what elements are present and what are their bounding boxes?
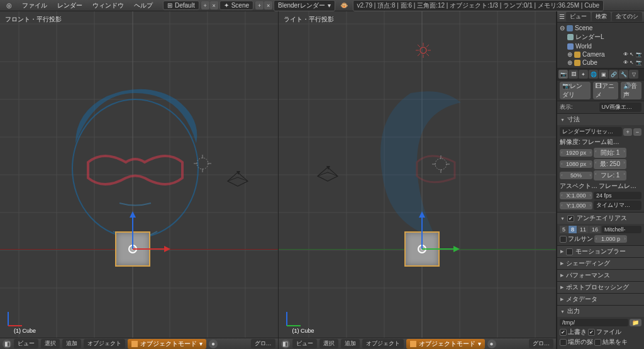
frame-step-field[interactable]: フレ: 1 (594, 170, 626, 180)
viewport-right[interactable]: ライト・平行投影 (279, 11, 557, 349)
section-header-shading[interactable]: シェーディング (557, 258, 644, 269)
tab-object-icon[interactable]: ▣ (599, 70, 608, 79)
blender-icon[interactable]: ◎ (1, 2, 17, 9)
menu-window[interactable]: ウィンドウ (87, 1, 129, 10)
tab-renderlayers-icon[interactable]: 🖼 (569, 70, 578, 79)
res-percent-field[interactable]: 50% (560, 172, 592, 179)
viewport-front[interactable]: フロント・平行投影 (1) Cu (0, 11, 279, 349)
section-header-postproc[interactable]: ポストプロセッシング (557, 282, 644, 293)
footer-extra[interactable]: グロ… (251, 339, 275, 348)
output-path-field[interactable]: /tmp/ (560, 319, 628, 326)
aspect-y-field[interactable]: Y:1.000 (560, 202, 592, 209)
filter-size-field[interactable]: 1.000 p (594, 235, 627, 243)
cache-result-checkbox[interactable] (594, 339, 601, 346)
tab-constraints-icon[interactable]: 🔗 (609, 70, 618, 79)
menu-help[interactable]: ヘルプ (129, 1, 158, 10)
outliner-icon[interactable]: ☰ (559, 13, 565, 20)
outliner-tree[interactable]: ⊖ Scene レンダーL World ⊕ Camera 👁↖📷 ⊕ Cube … (557, 23, 644, 68)
footer-menu-object[interactable]: オブジェクト (84, 339, 125, 348)
viewport-title: フロント・平行投影 (5, 15, 62, 24)
tab-render-icon[interactable]: 📷 (558, 70, 568, 79)
pill-anim[interactable]: 🎞アニメ (593, 82, 618, 99)
footer-menu-add[interactable]: 追加 (62, 339, 81, 348)
tab-scene-icon[interactable]: ✦ (579, 70, 588, 79)
eye-icon[interactable]: 👁 (623, 60, 629, 65)
tab-world-icon[interactable]: 🌐 (589, 70, 598, 79)
display-mode-dropdown[interactable]: UV画像エ… (599, 102, 642, 112)
section-header-motionblur[interactable]: モーションブラー (557, 246, 644, 257)
outliner-filter-dropdown[interactable]: 全てのシ (612, 12, 642, 21)
fileext-checkbox[interactable] (588, 329, 595, 336)
expand-icon[interactable]: ⊕ (567, 51, 572, 58)
section-header-performance[interactable]: パフォーマンス (557, 270, 644, 281)
aa-samples-segmented[interactable]: 5 8 11 16 (560, 226, 601, 233)
section-header-antialias[interactable]: アンチエイリアス (557, 213, 644, 224)
pill-render[interactable]: 📷レンダリ (560, 82, 591, 99)
mode-dropdown[interactable]: オブジェクトモード▾ (406, 339, 485, 349)
section-header-dimensions[interactable]: 寸法 (557, 114, 644, 125)
render-icon[interactable]: 📷 (636, 60, 641, 65)
mesh-icon (574, 60, 580, 66)
editor-type-icon[interactable]: ◧ (3, 340, 11, 348)
overwrite-checkbox[interactable] (560, 329, 567, 336)
outliner-search-menu[interactable]: 検索 (592, 12, 611, 21)
render-preset-dropdown[interactable]: レンダープリセッ… (560, 127, 622, 136)
footer-menu-select[interactable]: 選択 (41, 339, 60, 348)
right-panel: ☰ ビュー 検索 全てのシ ⊖ Scene レンダーL World ⊕ Came… (557, 11, 644, 349)
outliner-item-renderlayers[interactable]: レンダーL (560, 32, 641, 42)
menu-file[interactable]: ファイル (17, 1, 52, 10)
shading-icon[interactable]: ● (209, 340, 218, 348)
preset-remove-button[interactable]: − (633, 128, 641, 136)
svg-point-42 (420, 47, 426, 53)
section-header-metadata[interactable]: メタデータ (557, 294, 644, 305)
outliner-item-world[interactable]: World (560, 42, 641, 50)
section-header-output[interactable]: 出力 (557, 306, 644, 317)
output-browse-button[interactable]: 📁 (630, 319, 641, 326)
mode-dropdown[interactable]: オブジェクトモード▾ (128, 339, 206, 349)
collapse-icon[interactable]: ⊖ (560, 25, 565, 31)
layout-add-close[interactable]: +× (201, 1, 218, 9)
frame-end-field[interactable]: 最: 250 (594, 159, 626, 169)
outliner-scene-row[interactable]: ⊖ Scene (560, 24, 641, 32)
scene-add-close[interactable]: +× (255, 1, 272, 9)
eye-icon[interactable]: 👁 (623, 52, 629, 57)
motionblur-checkbox[interactable] (566, 248, 573, 255)
tab-data-icon[interactable]: ▽ (629, 70, 638, 79)
placeholder-checkbox[interactable] (560, 339, 567, 346)
render-icon[interactable]: 📷 (636, 52, 641, 57)
outliner-item-cube[interactable]: ⊕ Cube 👁↖📷 (560, 58, 641, 67)
layout-dropdown[interactable]: ⊞ Default (163, 1, 199, 10)
expand-icon[interactable]: ⊕ (567, 59, 572, 66)
outliner-view-menu[interactable]: ビュー (566, 12, 591, 21)
scene-icon (567, 25, 573, 31)
render-engine-dropdown[interactable]: Blenderレンダー▾ (274, 0, 335, 11)
aspect-x-field[interactable]: X:1.000 (560, 192, 592, 199)
properties-tabstrip[interactable]: 📷 🖼 ✦ 🌐 ▣ 🔗 🔧 ▽ (557, 68, 644, 80)
antialias-checkbox[interactable] (567, 215, 574, 222)
fps-dropdown[interactable]: 24 fps (594, 192, 641, 199)
footer-menu-view[interactable]: ビュー (292, 339, 317, 348)
menu-render[interactable]: レンダー (52, 1, 87, 10)
cursor-icon[interactable]: ↖ (630, 60, 635, 65)
footer-menu-view[interactable]: ビュー (14, 339, 38, 348)
aa-filter-dropdown[interactable]: Mitchell- (602, 226, 641, 233)
cursor-icon[interactable]: ↖ (630, 52, 635, 57)
outliner-header: ☰ ビュー 検索 全てのシ (557, 11, 644, 23)
outliner-item-camera[interactable]: ⊕ Camera 👁↖📷 (560, 50, 641, 58)
svg-point-16 (197, 158, 208, 169)
tab-modifiers-icon[interactable]: 🔧 (619, 70, 628, 79)
res-x-field[interactable]: 1920 px (560, 149, 592, 157)
footer-extra[interactable]: グロ… (529, 339, 553, 348)
preset-add-button[interactable]: + (623, 128, 631, 136)
svg-line-47 (418, 45, 420, 47)
footer-menu-object[interactable]: オブジェクト (362, 339, 404, 348)
fullsample-checkbox[interactable] (560, 236, 567, 243)
footer-menu-add[interactable]: 追加 (341, 339, 360, 348)
scene-dropdown[interactable]: ✦ Scene (219, 1, 253, 10)
frame-start-field[interactable]: 開始: 1 (594, 148, 626, 158)
pill-sound[interactable]: 🔊音声 (621, 82, 641, 99)
footer-menu-select[interactable]: 選択 (319, 339, 338, 348)
shading-icon[interactable]: ● (487, 340, 496, 348)
editor-type-icon[interactable]: ◧ (281, 340, 290, 348)
res-y-field[interactable]: 1080 px (560, 160, 592, 168)
